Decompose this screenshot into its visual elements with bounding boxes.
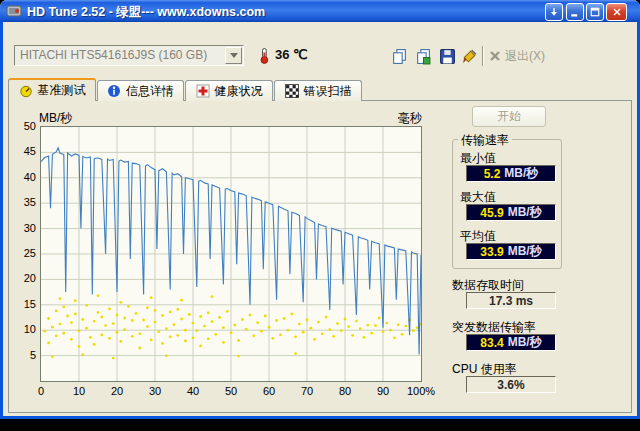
benchmark-chart bbox=[41, 127, 421, 381]
burst-rate-unit: MB/秒 bbox=[508, 334, 542, 351]
maximize-icon bbox=[589, 6, 601, 18]
y-axis-tick: 10 bbox=[14, 323, 36, 335]
right-axis-unit: 毫秒 bbox=[392, 110, 422, 127]
burst-rate-value: 83.4 bbox=[480, 336, 503, 350]
tab-error-scan-label: 错误扫描 bbox=[304, 83, 352, 100]
x-axis-tick: 70 bbox=[301, 385, 313, 397]
x-axis-tick: 0 bbox=[38, 385, 44, 397]
close-icon bbox=[611, 6, 623, 18]
x-axis-tick: 20 bbox=[111, 385, 123, 397]
window-title: HD Tune 2.52 - 绿盟--- www.xdowns.com bbox=[27, 4, 265, 21]
tab-error-scan[interactable]: 错误扫描 bbox=[274, 80, 362, 101]
drive-select-value: HITACHI HTS541616J9S (160 GB) bbox=[20, 48, 207, 62]
cpu-usage-value-box: 3.6% bbox=[466, 376, 556, 393]
checkerboard-icon bbox=[285, 84, 299, 98]
thermometer-icon bbox=[258, 47, 271, 64]
y-axis-tick: 5 bbox=[14, 349, 36, 361]
max-unit: MB/秒 bbox=[508, 204, 542, 221]
chevron-down-icon bbox=[230, 53, 238, 58]
maximize-button[interactable] bbox=[586, 3, 604, 21]
x-axis-tick: 90 bbox=[377, 385, 389, 397]
min-value: 5.2 bbox=[484, 167, 501, 181]
y-axis-tick: 45 bbox=[14, 145, 36, 157]
tab-health-label: 健康状况 bbox=[215, 83, 263, 100]
options-button[interactable] bbox=[459, 46, 480, 66]
x-axis-tick: 30 bbox=[149, 385, 161, 397]
exit-x-icon bbox=[489, 50, 501, 62]
screenshot-icon bbox=[415, 48, 432, 65]
down-arrow-icon bbox=[548, 6, 560, 18]
hdtune-window: HD Tune 2.52 - 绿盟--- www.xdowns.com bbox=[0, 0, 640, 419]
minimize-button[interactable] bbox=[566, 3, 584, 21]
x-axis-tick: 10 bbox=[73, 385, 85, 397]
x-axis-tick: 80 bbox=[339, 385, 351, 397]
y-axis-tick: 25 bbox=[14, 247, 36, 259]
save-button[interactable] bbox=[437, 46, 458, 66]
titlebar[interactable]: HD Tune 2.52 - 绿盟--- www.xdowns.com bbox=[0, 0, 640, 22]
y-axis-tick: 20 bbox=[14, 272, 36, 284]
y-axis-tick: 35 bbox=[14, 196, 36, 208]
exit-button-label: 退出(X) bbox=[505, 48, 545, 65]
minimize-icon bbox=[569, 6, 581, 18]
max-value-box: 45.9 MB/秒 bbox=[466, 204, 556, 221]
tab-health[interactable]: 健康状况 bbox=[185, 80, 273, 101]
copy-button[interactable] bbox=[389, 46, 410, 66]
close-button[interactable] bbox=[606, 3, 627, 21]
max-value: 45.9 bbox=[480, 206, 503, 220]
desktop: HD Tune 2.52 - 绿盟--- www.xdowns.com bbox=[0, 0, 640, 431]
avg-unit: MB/秒 bbox=[508, 243, 542, 260]
x-axis-tick: 50 bbox=[225, 385, 237, 397]
x-axis-tick: 100% bbox=[407, 385, 435, 397]
window-border bbox=[0, 416, 640, 419]
y-axis-tick: 15 bbox=[14, 298, 36, 310]
toolbar-separator bbox=[482, 46, 484, 66]
screenshot-button[interactable] bbox=[413, 46, 434, 66]
transfer-rate-group-title: 传输速率 bbox=[458, 132, 512, 149]
burst-rate-value-box: 83.4 MB/秒 bbox=[466, 334, 556, 351]
start-button[interactable]: 开始 bbox=[472, 106, 546, 127]
paint-icon bbox=[461, 48, 478, 65]
drive-select[interactable]: HITACHI HTS541616J9S (160 GB) bbox=[14, 45, 244, 66]
access-time-value-box: 17.3 ms bbox=[466, 292, 556, 309]
tab-info[interactable]: 信息详情 bbox=[97, 80, 184, 101]
temperature-value: 36 ℃ bbox=[275, 47, 308, 62]
y-axis-tick: 50 bbox=[14, 120, 36, 132]
exit-button[interactable]: 退出(X) bbox=[489, 47, 545, 65]
left-axis-unit: MB/秒 bbox=[39, 110, 72, 127]
app-icon bbox=[6, 3, 22, 19]
avg-value: 33.9 bbox=[480, 245, 503, 259]
copy-icon bbox=[391, 48, 408, 65]
save-icon bbox=[439, 48, 456, 65]
benchmark-plot bbox=[40, 126, 422, 382]
tab-benchmark[interactable]: 基准测试 bbox=[8, 78, 96, 101]
access-time-value: 17.3 ms bbox=[489, 294, 533, 308]
gauge-icon bbox=[19, 84, 33, 98]
x-axis-tick: 40 bbox=[187, 385, 199, 397]
avg-value-box: 33.9 MB/秒 bbox=[466, 243, 556, 260]
info-icon bbox=[107, 84, 121, 98]
down-arrow-button[interactable] bbox=[545, 3, 563, 21]
min-unit: MB/秒 bbox=[504, 165, 538, 182]
min-value-box: 5.2 MB/秒 bbox=[466, 165, 556, 182]
tab-benchmark-label: 基准测试 bbox=[38, 82, 86, 99]
drive-select-dropdown-button[interactable] bbox=[225, 47, 242, 64]
y-axis-tick: 40 bbox=[14, 171, 36, 183]
y-axis-tick: 30 bbox=[14, 222, 36, 234]
tab-info-label: 信息详情 bbox=[126, 83, 174, 100]
health-cross-icon bbox=[196, 84, 210, 98]
cpu-usage-value: 3.6% bbox=[497, 378, 524, 392]
x-axis-tick: 60 bbox=[263, 385, 275, 397]
window-border bbox=[0, 20, 3, 416]
